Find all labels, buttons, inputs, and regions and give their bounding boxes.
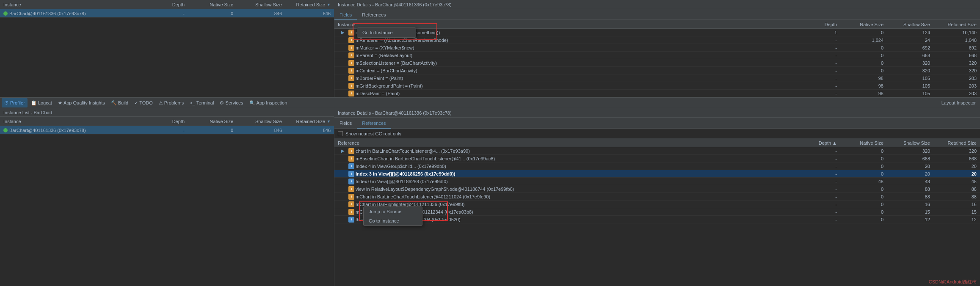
top-detail-row[interactable]: i mSelectionListener = (BarChartActivity…: [334, 59, 980, 67]
row-native: 0: [840, 68, 887, 73]
layout-inspector-label: Layout Inspector: [941, 100, 976, 105]
bottom-ref-row[interactable]: i view in RelativeLayout$DependencyGraph…: [334, 185, 980, 193]
top-details-table: Instance Depth Native Size Shallow Size …: [334, 20, 980, 97]
bottom-ref-row[interactable]: i mChart in BarChartRenderer@401212344 (…: [334, 208, 980, 216]
build-icon: 🔨: [111, 100, 117, 106]
row-shallow: 124: [887, 30, 933, 35]
top-detail-row[interactable]: i mBorderPaint = (Paint) - 98 105 203: [334, 74, 980, 82]
bottom-ref-row[interactable]: i this$0 in ViewGroup$2@401212704 (0x17e…: [334, 216, 980, 223]
bottom-retained-cell: 846: [285, 128, 334, 133]
ref-retained: 15: [933, 209, 980, 214]
services-icon: ⚙: [220, 100, 224, 106]
top-detail-row[interactable]: i mParent = (RelativeLayout) - 0 668 668: [334, 52, 980, 59]
type-icon: i: [348, 37, 354, 43]
ref-col-shallow: Shallow Size: [887, 140, 933, 146]
toolbar-services[interactable]: ⚙ Services: [217, 98, 246, 107]
toolbar-build[interactable]: 🔨 Build: [108, 98, 131, 107]
ref-native: 0: [840, 187, 887, 192]
row-depth: -: [806, 38, 840, 43]
todo-icon: ✓: [134, 100, 138, 106]
row-name: mGridBackgroundPaint = (Paint): [356, 83, 423, 88]
detail-col-retained: Retained Size: [933, 22, 980, 27]
top-detail-row[interactable]: i mContext = (BarChartActivity) - 0 320 …: [334, 67, 980, 74]
jump-to-source[interactable]: Jump to Source: [364, 207, 422, 216]
ref-retained: 12: [933, 217, 980, 222]
ref-type-icon: i: [348, 194, 354, 200]
go-to-instance-top[interactable]: Go to Instance: [357, 28, 416, 37]
row-retained: 668: [933, 53, 980, 58]
top-detail-row[interactable]: i mRenderer = (AbstractChartRenderer$nod…: [334, 36, 980, 44]
ref-type-icon: i: [348, 201, 354, 207]
row-name: mDescPaint = (Paint): [356, 91, 400, 96]
toolbar-terminal[interactable]: >_ Terminal: [187, 98, 216, 107]
top-detail-row[interactable]: i mDescPaint = (Paint) - 98 105 203: [334, 90, 980, 97]
top-detail-row[interactable]: i mMarker = (XYMarker$new) - 0 692 692: [334, 44, 980, 52]
toolbar-logcat[interactable]: 📋 Logcat: [28, 98, 55, 107]
top-detail-row[interactable]: ▶ i mShadow = (ViewGroup$... (something)…: [334, 29, 980, 36]
toolbar-app-quality[interactable]: ★ App Quality Insights: [55, 98, 108, 107]
toolbar-problems[interactable]: ⚠ Problems: [156, 98, 186, 107]
row-retained: 203: [933, 83, 980, 88]
go-to-instance-bottom[interactable]: Go to Instance: [364, 216, 422, 226]
bottom-ref-row[interactable]: ▶ i chart in BarLineChartTouchListener@4…: [334, 147, 980, 155]
ref-depth: -: [806, 148, 840, 154]
ref-retained: 16: [933, 202, 980, 207]
row-retained: 320: [933, 60, 980, 66]
ref-cell: i Index 3 in View[][(@401186256 (0x17e99…: [334, 171, 806, 177]
type-icon: i: [348, 45, 354, 51]
profiler-icon: ⏱: [4, 100, 9, 105]
bottom-green-circle-icon: [3, 128, 8, 132]
toolbar-todo[interactable]: ✓ TODO: [132, 98, 155, 107]
bottom-shallow-cell: 846: [237, 128, 285, 133]
tab-references-top[interactable]: References: [357, 10, 391, 20]
bottom-ref-row[interactable]: i Index 4 in ViewGroup$child... (0x17e99…: [334, 162, 980, 170]
bottom-instance-row[interactable]: BarChart@401161336 (0x17e93c78) - 0 846 …: [0, 126, 334, 135]
row-name: mRenderer = (AbstractChartRenderer$node): [356, 38, 448, 43]
row-native: 0: [840, 60, 887, 66]
top-instance-row[interactable]: BarChart@401161336 (0x17e93c78) - 0 846 …: [0, 9, 334, 18]
detail-instance-cell: i mContext = (BarChartActivity): [334, 68, 806, 74]
bottom-ref-row[interactable]: i Index 0 in View[][@401186288 (0x17e99d…: [334, 178, 980, 185]
toolbar-layout-inspector[interactable]: Layout Inspector: [939, 98, 978, 107]
row-retained: 1,048: [933, 38, 980, 43]
top-context-menu: Go to Instance: [357, 28, 416, 38]
ref-native: 48: [840, 179, 887, 184]
ref-retained: 320: [933, 148, 980, 154]
row-depth: -: [806, 53, 840, 58]
bottom-ref-row[interactable]: i Index 3 in View[][(@401186256 (0x17e99…: [334, 170, 980, 178]
bottom-ref-row[interactable]: i mChart in BarLineChartTouchListener@40…: [334, 193, 980, 201]
bottom-sort-arrow: ▼: [327, 119, 331, 124]
top-instance-header: Instance Depth Native Size Shallow Size …: [0, 0, 334, 9]
ref-type-icon: i: [348, 163, 354, 169]
ref-name: Index 3 in View[][(@401186256 (0x17e99dd…: [356, 171, 455, 176]
ref-shallow: 320: [887, 148, 933, 154]
ref-name: view in RelativeLayout$DependencyGraph$N…: [356, 187, 514, 192]
row-depth: 1: [806, 30, 840, 35]
top-detail-row[interactable]: i mGridBackgroundPaint = (Paint) - 98 10…: [334, 82, 980, 90]
col-depth-header: Depth: [154, 2, 188, 7]
toolbar-app-inspection[interactable]: 🔍 App Inspection: [247, 98, 290, 107]
row-shallow: 24: [887, 38, 933, 43]
ref-name: mChart in BarHighlighter@4011211336 (0x1…: [356, 202, 464, 207]
ref-depth: -: [806, 164, 840, 169]
toolbar-profiler[interactable]: ⏱ Profiler: [2, 98, 28, 107]
bottom-ref-row[interactable]: i mChart in BarHighlighter@4011211336 (0…: [334, 201, 980, 208]
gc-root-checkbox[interactable]: [338, 131, 343, 136]
row-depth: -: [806, 91, 840, 96]
type-icon: i: [348, 75, 354, 81]
bottom-ref-header: Reference Depth ▲ Native Size Shallow Si…: [334, 139, 980, 147]
bottom-col-instance: Instance: [0, 119, 154, 124]
row-name: mParent = (RelativeLayout): [356, 53, 412, 58]
ref-retained: 88: [933, 187, 980, 192]
bottom-ref-row[interactable]: i mBaselineChart in BarLineChartTouchLis…: [334, 155, 980, 162]
tab-references-bottom[interactable]: References: [357, 118, 391, 129]
detail-instance-cell: i mRenderer = (AbstractChartRenderer$nod…: [334, 37, 806, 43]
ref-retained: 48: [933, 179, 980, 184]
type-icon: i: [348, 30, 354, 36]
tab-fields-bottom[interactable]: Fields: [334, 118, 357, 129]
tab-fields-top[interactable]: Fields: [334, 10, 357, 20]
ref-expand-icon: ▶: [341, 148, 347, 153]
type-icon: i: [348, 52, 354, 58]
ref-retained: 20: [933, 164, 980, 169]
ref-col-native: Native Size: [840, 140, 887, 146]
